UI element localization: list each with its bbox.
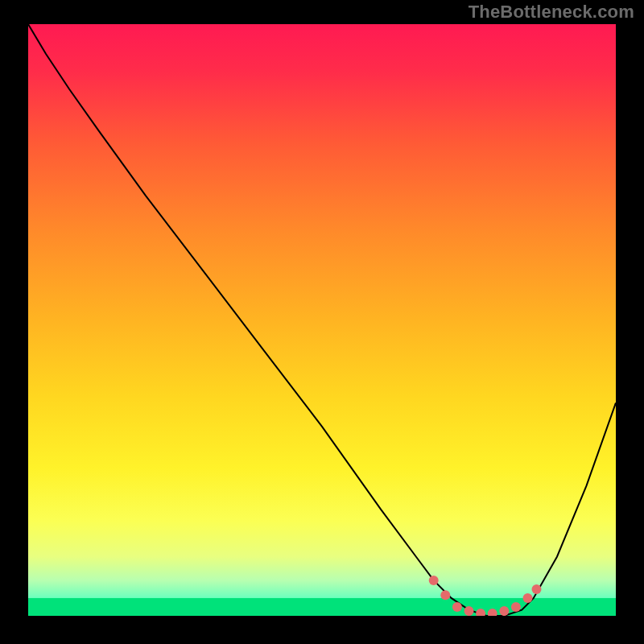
optimal-marker [429, 576, 439, 585]
chart-svg [28, 24, 616, 616]
optimal-marker [499, 606, 509, 616]
optimal-marker [452, 602, 462, 612]
optimal-marker [532, 584, 542, 594]
optimal-marker [511, 602, 521, 612]
gradient-background [28, 24, 616, 616]
optimal-marker [464, 606, 474, 616]
chart-plot-area [28, 24, 616, 616]
watermark-text: TheBottleneck.com [469, 2, 634, 23]
optimal-marker [523, 593, 533, 603]
chart-container: TheBottleneck.com [0, 0, 644, 644]
optimal-marker [440, 590, 450, 600]
